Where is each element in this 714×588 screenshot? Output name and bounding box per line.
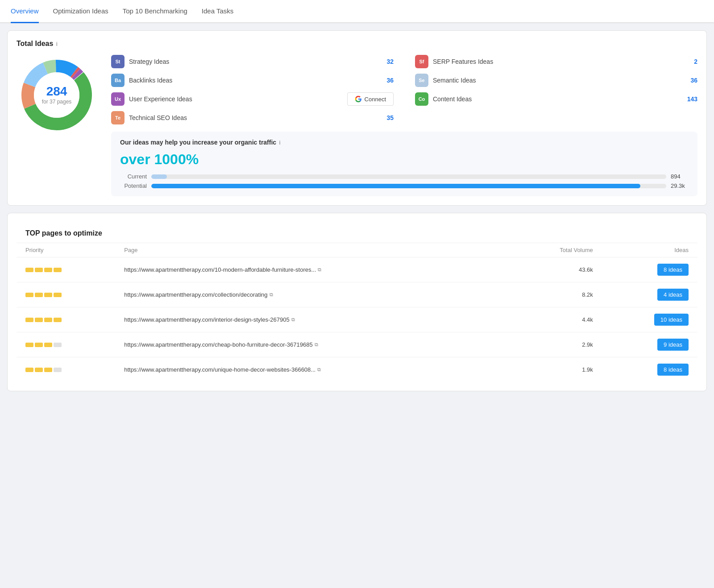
idea-label-serp: SERP Features Ideas <box>433 58 680 65</box>
current-bar-row: Current 894 <box>120 173 689 180</box>
volume-cell: 43.6k <box>509 257 602 282</box>
idea-row-serp: SfSERP Features Ideas2 <box>415 55 697 68</box>
idea-label-ux: User Experience Ideas <box>129 95 343 103</box>
idea-row-backlinks: BaBacklinks Ideas36 <box>111 74 394 87</box>
traffic-info-icon[interactable]: i <box>279 139 281 146</box>
current-bar-fill <box>151 174 167 179</box>
ideas-button[interactable]: 8 ideas <box>657 264 689 276</box>
table-row: https://www.apartmenttherapy.com/interio… <box>17 307 697 332</box>
top-pages-title: TOP pages to optimize <box>25 229 689 237</box>
volume-cell: 1.9k <box>509 357 602 382</box>
idea-count-strategy: 32 <box>380 58 394 65</box>
idea-row-technical: TeTechnical SEO Ideas35 <box>111 111 394 124</box>
total-ideas-info-icon[interactable]: i <box>56 41 58 47</box>
priority-cell <box>17 282 115 307</box>
idea-count-semantic: 36 <box>684 77 697 84</box>
page-url-link[interactable]: https://www.apartmenttherapy.com/10-mode… <box>124 266 499 273</box>
table-row: https://www.apartmenttherapy.com/cheap-b… <box>17 332 697 357</box>
volume-cell: 2.9k <box>509 332 602 357</box>
current-bar-track <box>151 174 666 179</box>
priority-bar <box>44 368 52 372</box>
potential-value: 29.3k <box>671 182 689 189</box>
potential-bar-track <box>151 184 666 188</box>
priority-cell <box>17 257 115 282</box>
donut-number: 284 <box>42 85 72 98</box>
idea-label-strategy: Strategy Ideas <box>129 58 376 65</box>
idea-badge-ux: Ux <box>111 92 125 106</box>
col-ideas: Ideas <box>602 243 697 257</box>
page-url-link[interactable]: https://www.apartmenttherapy.com/cheap-b… <box>124 341 499 348</box>
col-page: Page <box>115 243 508 257</box>
volume-cell: 4.4k <box>509 307 602 332</box>
google-icon <box>355 95 362 103</box>
priority-bars <box>25 343 106 347</box>
idea-row-semantic: SeSemantic Ideas36 <box>415 74 697 87</box>
ideas-button[interactable]: 8 ideas <box>657 364 689 376</box>
idea-count-serp: 2 <box>684 58 697 65</box>
priority-cell <box>17 332 115 357</box>
ideas-button[interactable]: 10 ideas <box>654 314 689 326</box>
nav-item-overview[interactable]: Overview <box>11 0 39 23</box>
priority-bar <box>35 268 43 272</box>
priority-bar <box>25 368 33 372</box>
external-link-icon: ⧉ <box>291 317 295 323</box>
google-connect-button[interactable]: Connect <box>347 92 394 106</box>
page-url-link[interactable]: https://www.apartmenttherapy.com/collect… <box>124 291 499 298</box>
page-url-link[interactable]: https://www.apartmenttherapy.com/unique-… <box>124 366 499 373</box>
traffic-box: Our ideas may help you increase your org… <box>111 132 697 196</box>
ideas-grid: StStrategy Ideas32SfSERP Features Ideas2… <box>111 55 697 124</box>
external-link-icon: ⧉ <box>318 267 321 273</box>
table-row: https://www.apartmenttherapy.com/10-mode… <box>17 257 697 282</box>
priority-bars <box>25 293 106 297</box>
idea-badge-semantic: Se <box>415 74 428 87</box>
idea-count-technical: 35 <box>380 114 394 121</box>
url-cell: https://www.apartmenttherapy.com/unique-… <box>115 357 508 382</box>
ideas-button[interactable]: 9 ideas <box>657 339 689 351</box>
priority-bar <box>44 293 52 297</box>
priority-bar <box>25 343 33 347</box>
url-cell: https://www.apartmenttherapy.com/interio… <box>115 307 508 332</box>
priority-bars <box>25 368 106 372</box>
url-cell: https://www.apartmenttherapy.com/cheap-b… <box>115 332 508 357</box>
table-header-row: Priority Page Total Volume Ideas <box>17 243 697 257</box>
top-pages-card: TOP pages to optimize Priority Page Tota… <box>7 213 707 391</box>
priority-bar <box>44 343 52 347</box>
donut-center: 284 for 37 pages <box>42 85 72 105</box>
external-link-icon: ⧉ <box>270 292 273 298</box>
priority-bar <box>25 318 33 322</box>
connect-label: Connect <box>365 96 386 103</box>
idea-count-content: 143 <box>684 95 697 103</box>
nav-item-idea-tasks[interactable]: Idea Tasks <box>202 0 233 23</box>
priority-bar <box>35 368 43 372</box>
priority-cell <box>17 357 115 382</box>
current-value: 894 <box>671 173 689 180</box>
url-cell: https://www.apartmenttherapy.com/10-mode… <box>115 257 508 282</box>
idea-count-backlinks: 36 <box>380 77 394 84</box>
idea-label-technical: Technical SEO Ideas <box>129 114 376 121</box>
priority-bar <box>25 268 33 272</box>
idea-row-ux: UxUser Experience IdeasConnect <box>111 92 394 106</box>
url-cell: https://www.apartmenttherapy.com/collect… <box>115 282 508 307</box>
idea-badge-content: Co <box>415 92 428 106</box>
idea-badge-technical: Te <box>111 111 125 124</box>
donut-chart: 284 for 37 pages <box>17 55 97 135</box>
priority-bar <box>35 343 43 347</box>
priority-bar <box>35 293 43 297</box>
priority-bar <box>54 268 62 272</box>
priority-bar <box>54 318 62 322</box>
col-total-volume: Total Volume <box>509 243 602 257</box>
nav-item-optimization-ideas[interactable]: Optimization Ideas <box>53 0 108 23</box>
nav-item-top10[interactable]: Top 10 Benchmarking <box>123 0 187 23</box>
page-url-link[interactable]: https://www.apartmenttherapy.com/interio… <box>124 316 499 323</box>
potential-bar-row: Potential 29.3k <box>120 182 689 189</box>
priority-bar <box>54 343 62 347</box>
ideas-button[interactable]: 4 ideas <box>657 289 689 301</box>
ideas-cell: 9 ideas <box>602 332 697 357</box>
idea-row-strategy: StStrategy Ideas32 <box>111 55 394 68</box>
ideas-cell: 4 ideas <box>602 282 697 307</box>
table-row: https://www.apartmenttherapy.com/unique-… <box>17 357 697 382</box>
idea-row-content: CoContent Ideas143 <box>415 92 697 106</box>
priority-bar <box>44 268 52 272</box>
traffic-title: Our ideas may help you increase your org… <box>120 139 689 146</box>
external-link-icon: ⧉ <box>317 367 321 373</box>
